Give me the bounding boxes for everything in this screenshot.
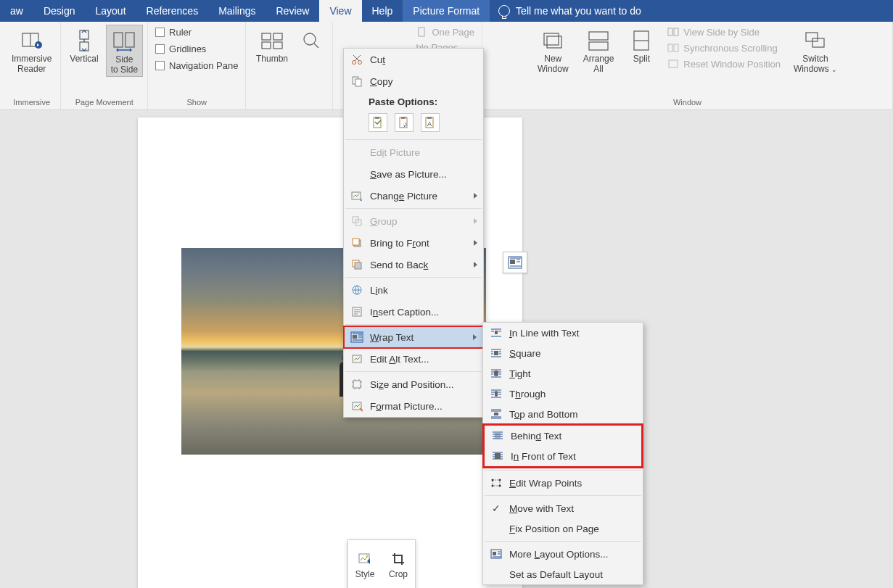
book-speaker-icon: [20, 29, 44, 52]
ctx-send-to-back[interactable]: Send to Back: [344, 254, 483, 276]
wrap-behind-text[interactable]: Behind Text: [485, 426, 641, 446]
ruler-checkbox[interactable]: Ruler: [152, 25, 241, 40]
tab-design[interactable]: Design: [33, 0, 86, 22]
sync-scroll-icon: [667, 42, 679, 54]
tab-bar: aw Design Layout References Mailings Rev…: [0, 0, 893, 22]
ctx-bring-to-front[interactable]: Bring to Front: [344, 232, 483, 254]
tab-picture-format[interactable]: Picture Format: [403, 0, 490, 22]
ctx-edit-alt-text[interactable]: Edit Alt Text...: [344, 348, 483, 370]
ctx-wrap-text[interactable]: Wrap Text: [343, 326, 484, 349]
alt-text-icon: [350, 352, 364, 366]
wrap-in-front-of-text[interactable]: In Front of Text: [485, 446, 641, 466]
group-window: New Window Arrange All Split View Side b…: [482, 22, 893, 109]
side-to-side-button[interactable]: Side to Side: [106, 25, 143, 77]
wrap-tight[interactable]: Tight: [483, 363, 643, 384]
wrap-through[interactable]: Through: [483, 384, 643, 404]
svg-rect-11: [419, 28, 424, 36]
svg-rect-8: [262, 42, 271, 49]
wrap-set-default[interactable]: Set as Default Layout: [483, 564, 643, 584]
thumbnails-label: Thumbn: [256, 54, 288, 64]
svg-rect-53: [495, 331, 498, 334]
ctx-format-picture[interactable]: Format Picture...: [344, 395, 483, 417]
svg-rect-51: [353, 381, 361, 388]
svg-rect-54: [494, 351, 498, 355]
style-button[interactable]: Style: [348, 540, 382, 588]
gridlines-checkbox[interactable]: Gridlines: [152, 41, 241, 57]
layout-options-button[interactable]: [503, 252, 527, 273]
copy-icon: [350, 74, 364, 88]
svg-rect-58: [493, 480, 500, 486]
bring-front-icon: [350, 236, 364, 250]
ctx-paste-options-header: Paste Options:: [344, 92, 483, 110]
wrap-square[interactable]: Square: [483, 343, 643, 363]
tab-review[interactable]: Review: [266, 0, 320, 22]
thumbnails-button[interactable]: Thumbn: [252, 25, 292, 65]
arrange-all-button[interactable]: Arrange All: [579, 25, 619, 75]
svg-rect-21: [669, 60, 678, 67]
wrap-text-icon: [350, 330, 364, 344]
tab-mailings[interactable]: Mailings: [208, 0, 266, 22]
tab-layout[interactable]: Layout: [86, 0, 136, 22]
zoom-100-button[interactable]: [295, 25, 327, 55]
ctx-save-as-picture[interactable]: Save as Picture...: [344, 163, 483, 185]
ctx-insert-caption[interactable]: Insert Caption...: [344, 301, 483, 323]
svg-rect-55: [494, 413, 498, 415]
link-icon: [350, 283, 364, 297]
magnifier-icon: [300, 29, 323, 52]
tab-draw[interactable]: aw: [0, 0, 33, 22]
svg-point-61: [492, 485, 494, 487]
side-by-side-icon: [667, 26, 679, 38]
svg-rect-23: [812, 38, 824, 47]
crop-button[interactable]: Crop: [382, 540, 415, 588]
svg-rect-22: [806, 33, 818, 41]
ctx-size-position[interactable]: Size and Position...: [344, 373, 483, 395]
ctx-link[interactable]: Link: [344, 279, 483, 301]
ctx-cut[interactable]: Cut: [344, 49, 483, 70]
svg-rect-18: [674, 28, 678, 36]
size-position-icon: [350, 377, 364, 392]
svg-rect-45: [355, 262, 361, 269]
svg-rect-35: [401, 117, 406, 119]
svg-point-29: [358, 61, 362, 65]
paste-option-2[interactable]: [395, 113, 413, 132]
immersive-reader-button[interactable]: Immersive Reader: [7, 25, 56, 75]
reset-position-icon: [667, 58, 679, 70]
ctx-copy[interactable]: Copy: [344, 70, 483, 92]
tab-view[interactable]: View: [319, 0, 361, 22]
split-button[interactable]: Split: [624, 25, 659, 65]
checkmark-icon: ✓: [489, 501, 503, 515]
navigation-pane-checkbox[interactable]: Navigation Pane: [152, 58, 241, 73]
ctx-change-picture[interactable]: Change Picture: [344, 185, 483, 207]
wrap-move-with-text[interactable]: ✓ Move with Text: [483, 498, 643, 518]
wrap-top-bottom[interactable]: Top and Bottom: [483, 404, 643, 424]
new-window-button[interactable]: New Window: [533, 25, 573, 75]
one-page-button[interactable]: One Page: [413, 25, 477, 39]
paste-option-3[interactable]: A: [421, 113, 440, 132]
svg-rect-6: [262, 33, 271, 40]
svg-point-28: [353, 61, 356, 65]
switch-windows-button[interactable]: Switch Windows ⌄: [789, 25, 841, 76]
tab-references[interactable]: References: [136, 0, 209, 22]
group-page-movement-label: Page Movement: [75, 96, 133, 108]
svg-rect-3: [80, 42, 89, 51]
svg-rect-7: [273, 33, 282, 40]
crop-icon: [391, 552, 406, 566]
svg-rect-9: [273, 42, 282, 49]
svg-point-60: [499, 479, 501, 481]
change-picture-icon: [350, 189, 364, 203]
layout-options-icon: [508, 256, 522, 269]
lightbulb-icon: [498, 5, 510, 17]
wrap-edit-wrap-points[interactable]: Edit Wrap Points: [483, 473, 643, 493]
wrap-in-line[interactable]: In Line with Text: [483, 323, 643, 343]
svg-point-59: [492, 479, 494, 481]
wrap-more-layout-options[interactable]: More Layout Options...: [483, 544, 643, 564]
wrap-fix-position[interactable]: Fix Position on Page: [483, 518, 643, 539]
tab-help[interactable]: Help: [362, 0, 403, 22]
paste-option-1[interactable]: [369, 113, 387, 132]
synchronous-scrolling-button[interactable]: Synchronous Scrolling: [664, 41, 783, 55]
svg-rect-43: [353, 239, 359, 245]
tell-me-search[interactable]: Tell me what you want to do: [490, 0, 650, 22]
vertical-button[interactable]: Vertical: [65, 25, 102, 65]
reset-window-position-button[interactable]: Reset Window Position: [664, 57, 783, 71]
view-side-by-side-button[interactable]: View Side by Side: [664, 25, 783, 39]
